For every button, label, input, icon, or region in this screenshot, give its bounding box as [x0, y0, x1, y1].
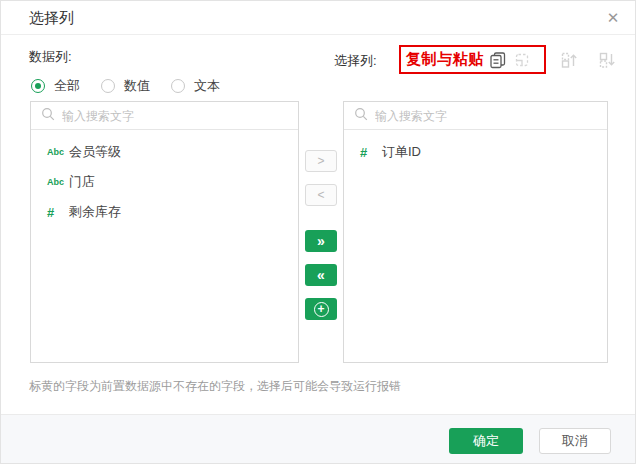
- radio-text-label: 文本: [194, 77, 220, 95]
- field-label: 会员等级: [69, 143, 121, 161]
- number-type-icon: #: [360, 145, 382, 160]
- radio-text[interactable]: 文本: [171, 77, 220, 95]
- search-icon: [354, 107, 368, 125]
- right-search-row: [344, 102, 607, 130]
- radio-numeric[interactable]: 数值: [101, 77, 150, 95]
- list-item[interactable]: # 剩余库存: [31, 197, 298, 227]
- warning-note: 标黄的字段为前置数据源中不存在的字段，选择后可能会导致运行报错: [29, 378, 401, 395]
- dialog-title: 选择列: [29, 1, 74, 34]
- field-label: 剩余库存: [69, 203, 121, 221]
- text-type-icon: Abc: [47, 147, 69, 157]
- text-type-icon: Abc: [47, 177, 69, 187]
- number-type-icon: #: [47, 205, 69, 220]
- move-top-icon[interactable]: [560, 51, 578, 69]
- radio-circle-icon: [171, 79, 185, 93]
- annotation-box: 复制与粘贴: [399, 45, 546, 74]
- close-icon[interactable]: ✕: [603, 8, 623, 28]
- column-type-radio-group: 全部 数值 文本: [31, 77, 241, 95]
- move-all-left-button[interactable]: «: [305, 264, 337, 286]
- radio-all[interactable]: 全部: [31, 77, 80, 95]
- select-columns-dialog: 选择列 ✕ 数据列: 全部 数值 文本 选择列: 复制与粘贴: [0, 0, 636, 464]
- dialog-header: 选择列 ✕: [1, 1, 635, 35]
- selected-columns-label: 选择列:: [334, 52, 377, 70]
- radio-numeric-label: 数值: [124, 77, 150, 95]
- list-item[interactable]: Abc 门店: [31, 167, 298, 197]
- selected-columns-panel: # 订单ID: [343, 101, 608, 363]
- search-icon: [41, 107, 55, 125]
- copy-icon[interactable]: [489, 51, 507, 69]
- dialog-footer: 确定 取消: [1, 414, 635, 464]
- plus-circle-icon: +: [314, 302, 329, 317]
- add-column-button[interactable]: +: [305, 298, 337, 320]
- field-label: 订单ID: [382, 143, 421, 161]
- right-search-input[interactable]: [375, 109, 597, 123]
- left-search-input[interactable]: [62, 109, 288, 123]
- right-item-list: # 订单ID: [344, 130, 607, 167]
- list-item[interactable]: Abc 会员等级: [31, 137, 298, 167]
- paste-icon[interactable]: [513, 51, 531, 69]
- data-columns-label: 数据列:: [29, 48, 72, 66]
- left-search-row: [31, 102, 298, 130]
- move-bottom-icon[interactable]: [598, 51, 616, 69]
- move-left-button[interactable]: <: [305, 184, 337, 206]
- list-item[interactable]: # 订单ID: [344, 137, 607, 167]
- radio-all-label: 全部: [54, 77, 80, 95]
- radio-circle-icon: [101, 79, 115, 93]
- move-right-button[interactable]: >: [305, 150, 337, 172]
- available-columns-panel: Abc 会员等级 Abc 门店 # 剩余库存: [30, 101, 299, 363]
- move-all-right-button[interactable]: »: [305, 230, 337, 252]
- left-item-list: Abc 会员等级 Abc 门店 # 剩余库存: [31, 130, 298, 227]
- cancel-button[interactable]: 取消: [539, 428, 611, 454]
- field-label: 门店: [69, 173, 95, 191]
- radio-circle-icon: [31, 79, 45, 93]
- ok-button[interactable]: 确定: [449, 428, 523, 454]
- annotation-label: 复制与粘贴: [406, 50, 484, 69]
